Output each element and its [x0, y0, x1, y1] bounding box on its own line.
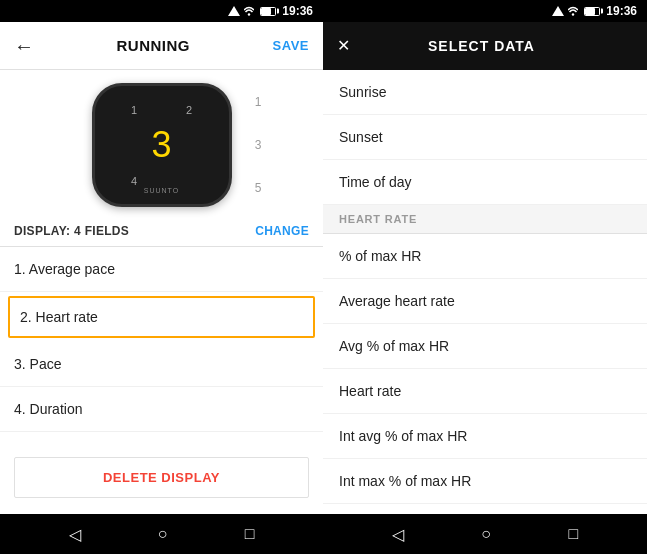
select-item-int-avg-pct[interactable]: Int avg % of max HR — [323, 414, 647, 459]
watch-cell-big: 3 — [107, 124, 217, 166]
right-nav-back-button[interactable]: ◁ — [392, 525, 404, 544]
left-nav-bar: ◁ ○ □ — [0, 514, 323, 554]
side-indicators: 1 3 5 — [255, 80, 262, 210]
page-title: RUNNING — [117, 37, 191, 54]
right-status-bar: 19:36 — [323, 0, 647, 22]
watch-container: 1 2 3 4 SUUNTO 1 3 5 — [52, 80, 272, 210]
svg-point-1 — [248, 13, 250, 15]
watch-cell-1: 1 — [107, 95, 162, 124]
nav-menu-button[interactable]: □ — [245, 525, 255, 543]
side-num-1: 1 — [255, 95, 262, 109]
nav-home-button[interactable]: ○ — [158, 525, 168, 543]
select-item-time-of-day[interactable]: Time of day — [323, 160, 647, 205]
right-time: 19:36 — [606, 4, 637, 18]
right-wifi-icon — [568, 6, 578, 16]
left-time: 19:36 — [282, 4, 313, 18]
close-button[interactable]: ✕ — [337, 38, 350, 54]
change-button[interactable]: CHANGE — [255, 224, 309, 238]
field-item-2[interactable]: 2. Heart rate — [8, 296, 315, 338]
select-item-pct-max-hr[interactable]: % of max HR — [323, 234, 647, 279]
select-data-title: SELECT DATA — [428, 38, 535, 54]
svg-marker-0 — [228, 6, 240, 16]
watch-cell-2: 2 — [162, 95, 217, 124]
left-panel: 19:36 ← RUNNING SAVE 1 2 3 — [0, 0, 323, 554]
svg-point-3 — [572, 13, 574, 15]
right-nav-menu-button[interactable]: □ — [569, 525, 579, 543]
select-item-interval-avg-hr[interactable]: Interval avg. HR — [323, 504, 647, 514]
left-status-icons: 19:36 — [228, 4, 313, 18]
select-item-int-max-pct[interactable]: Int max % of max HR — [323, 459, 647, 504]
side-num-3: 5 — [255, 181, 262, 195]
left-status-bar: 19:36 — [0, 0, 323, 22]
left-top-bar: ← RUNNING SAVE — [0, 22, 323, 70]
save-button[interactable]: SAVE — [273, 38, 309, 53]
right-nav-home-button[interactable]: ○ — [481, 525, 491, 543]
right-battery-icon — [584, 7, 600, 16]
watch-face: 1 2 3 4 SUUNTO — [92, 83, 232, 207]
display-bar: DISPLAY: 4 FIELDS CHANGE — [0, 216, 323, 247]
side-num-2: 3 — [255, 138, 262, 152]
field-item-4[interactable]: 4. Duration — [0, 387, 323, 432]
back-button[interactable]: ← — [14, 36, 34, 56]
delete-display-button[interactable]: DELETE DISPLAY — [14, 457, 309, 498]
right-status-icons: 19:36 — [552, 4, 637, 18]
battery-icon — [260, 7, 276, 16]
select-list: Sunrise Sunset Time of day HEART RATE % … — [323, 70, 647, 514]
field-item-1[interactable]: 1. Average pace — [0, 247, 323, 292]
right-panel: 19:36 ✕ SELECT DATA Sunrise Sunset Time … — [323, 0, 647, 554]
watch-area: 1 2 3 4 SUUNTO 1 3 5 — [0, 70, 323, 216]
wifi-icon — [244, 6, 254, 16]
select-item-avg-pct-max-hr[interactable]: Avg % of max HR — [323, 324, 647, 369]
select-item-sunset[interactable]: Sunset — [323, 115, 647, 160]
right-signal-icon — [552, 6, 564, 16]
select-item-sunrise[interactable]: Sunrise — [323, 70, 647, 115]
fields-list: 1. Average pace 2. Heart rate 3. Pace 4.… — [0, 247, 323, 445]
section-header-heart-rate: HEART RATE — [323, 205, 647, 234]
field-item-3[interactable]: 3. Pace — [0, 342, 323, 387]
watch-grid: 1 2 3 4 — [107, 95, 217, 195]
select-item-heart-rate[interactable]: Heart rate — [323, 369, 647, 414]
select-item-avg-heart-rate[interactable]: Average heart rate — [323, 279, 647, 324]
delete-btn-area: DELETE DISPLAY — [0, 445, 323, 514]
display-fields-label: DISPLAY: 4 FIELDS — [14, 224, 129, 238]
watch-brand: SUUNTO — [144, 187, 179, 194]
svg-marker-2 — [552, 6, 564, 16]
nav-back-button[interactable]: ◁ — [69, 525, 81, 544]
right-top-bar: ✕ SELECT DATA — [323, 22, 647, 70]
signal-icon — [228, 6, 240, 16]
right-nav-bar: ◁ ○ □ — [323, 514, 647, 554]
